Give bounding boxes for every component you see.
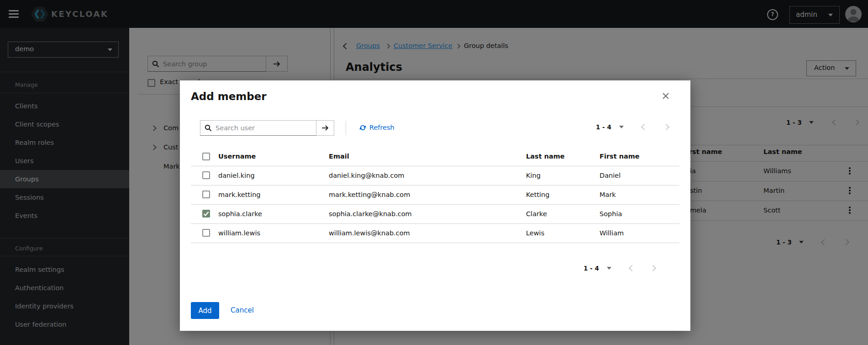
table-row[interactable]: william.lewis william.lewis@knab.com Lew… — [191, 223, 679, 243]
table-row[interactable]: sophia.clarke sophia.clarke@knab.com Cla… — [191, 204, 679, 224]
cell-email: sophia.clarke@knab.com — [329, 204, 412, 223]
col-first-name[interactable]: First name — [600, 147, 640, 166]
add-member-modal: Add member — [180, 80, 690, 331]
cell-username: daniel.king — [218, 166, 255, 185]
arrow-right-icon — [321, 125, 329, 131]
table-row[interactable]: mark.ketting mark.ketting@knab.com Ketti… — [191, 185, 679, 205]
table-row[interactable]: daniel.king daniel.king@knab.com King Da… — [191, 166, 679, 186]
cell-last-name: Clarke — [526, 204, 547, 223]
user-search-submit-button[interactable] — [316, 120, 334, 136]
pagination-range[interactable]: 1 - 4 — [584, 265, 599, 272]
row-checkbox[interactable] — [202, 171, 210, 179]
cell-email: daniel.king@knab.com — [329, 166, 404, 185]
cell-last-name: Ketting — [526, 185, 550, 204]
cell-username: sophia.clarke — [218, 204, 262, 223]
refresh-icon — [359, 124, 366, 131]
table-header-row: Username Email Last name First name — [191, 147, 679, 166]
cell-last-name: King — [526, 166, 541, 185]
add-button[interactable]: Add — [191, 302, 219, 319]
modal-pagination-top: 1 - 4 — [596, 122, 668, 133]
toolbar-divider — [346, 121, 346, 135]
next-page-icon[interactable] — [650, 265, 656, 271]
pagination-range[interactable]: 1 - 4 — [596, 123, 611, 131]
cell-first-name: William — [600, 223, 624, 243]
cancel-button[interactable]: Cancel — [231, 306, 254, 314]
row-checkbox[interactable] — [202, 229, 210, 237]
row-checkbox[interactable] — [202, 191, 210, 198]
next-page-icon[interactable] — [663, 124, 669, 130]
search-icon — [205, 124, 212, 132]
refresh-button[interactable]: Refresh — [359, 124, 395, 131]
modal-title: Add member — [191, 90, 267, 102]
chevron-down-icon — [607, 267, 611, 270]
cell-email: mark.ketting@knab.com — [329, 185, 410, 204]
cell-username: mark.ketting — [218, 185, 261, 204]
previous-page-icon[interactable] — [629, 265, 635, 271]
cell-first-name: Sophia — [600, 204, 622, 223]
cell-email: william.lewis@knab.com — [329, 223, 410, 243]
chevron-down-icon — [619, 126, 624, 128]
col-username[interactable]: Username — [218, 147, 256, 166]
keycloak-admin-console: KEYCLOAK ? admin demo Manage Clients Cli… — [0, 0, 868, 345]
cell-username: william.lewis — [218, 223, 260, 243]
previous-page-icon[interactable] — [641, 124, 647, 130]
col-last-name[interactable]: Last name — [526, 147, 565, 166]
cell-last-name: Lewis — [526, 223, 544, 243]
refresh-label: Refresh — [369, 124, 395, 131]
user-search-input[interactable] — [215, 124, 316, 132]
col-email[interactable]: Email — [329, 147, 349, 166]
cell-first-name: Mark — [600, 185, 616, 204]
modal-pagination-bottom: 1 - 4 — [584, 263, 655, 274]
close-icon[interactable] — [662, 92, 672, 102]
row-checkbox[interactable] — [202, 210, 210, 218]
cell-first-name: Daniel — [600, 166, 621, 185]
user-search — [200, 120, 334, 136]
select-all-checkbox[interactable] — [202, 153, 210, 160]
